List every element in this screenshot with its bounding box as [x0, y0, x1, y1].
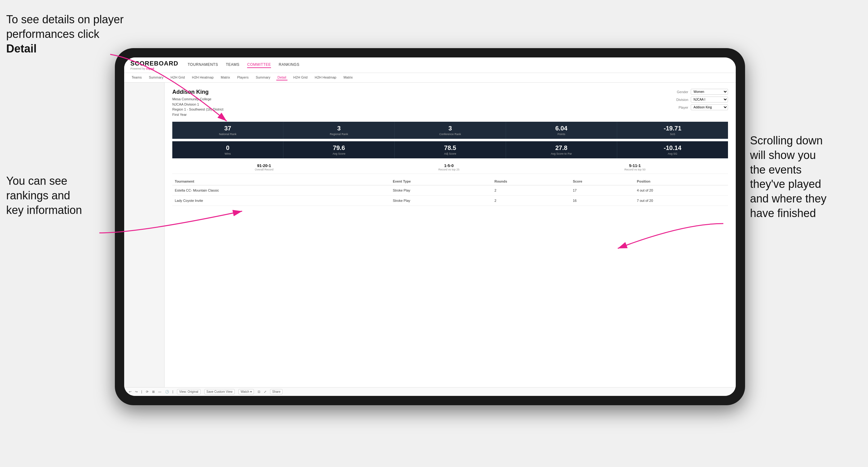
stats-grid-row1: 37 National Rank 3 Regional Rank 3 Confe…	[172, 122, 728, 139]
stat-national-rank-label: National Rank	[174, 132, 282, 136]
nav-committee[interactable]: COMMITTEE	[247, 62, 271, 68]
subnav-matrix2[interactable]: Matrix	[342, 75, 354, 81]
toolbar-sep3: |	[173, 390, 174, 394]
division-selector-row: Division NJCAA I	[673, 97, 728, 102]
refresh-icon[interactable]: ⟳	[146, 390, 148, 394]
col-score: Score	[570, 178, 634, 185]
subnav-h2h-grid2[interactable]: H2H Grid	[292, 75, 309, 81]
nav-tournaments[interactable]: TOURNAMENTS	[187, 62, 218, 68]
record-top25: 1-5-0 Record vs top 25	[438, 163, 460, 171]
undo-icon[interactable]: ↩	[129, 390, 131, 394]
gender-label: Gender	[673, 90, 688, 94]
stat-regional-rank-label: Regional Rank	[285, 132, 393, 136]
subnav-players[interactable]: Players	[236, 75, 250, 81]
annotation-top-left: To see details on player performances cl…	[6, 12, 124, 56]
record-overall: 91-20-1 Overall Record	[255, 163, 274, 171]
stat-conference-rank-value: 3	[396, 125, 504, 132]
tablet-device: SCOREBOARD Powered by clippd TOURNAMENTS…	[115, 48, 745, 405]
record-top50-value: 5-11-1	[624, 163, 645, 168]
bottom-toolbar: ↩ ↪ | ⟳ ⊞ — 🕐 | View: Original Save Cust…	[124, 387, 736, 396]
subnav-matrix[interactable]: Matrix	[219, 75, 231, 81]
tournament-name-2: Lady Coyote Invite	[172, 196, 390, 206]
logo-area: SCOREBOARD Powered by clippd	[130, 60, 178, 70]
app-container: SCOREBOARD Powered by clippd TOURNAMENTS…	[124, 57, 736, 396]
stat-points-value: 6.04	[507, 125, 615, 132]
record-top25-label: Record vs top 25	[438, 168, 460, 171]
subnav-detail[interactable]: Detail	[276, 75, 287, 81]
stat-regional-rank-value: 3	[285, 125, 393, 132]
tournament-name-1: Estella CC- Mountain Classic	[172, 185, 390, 196]
stat-points: 6.04 Points	[506, 122, 617, 139]
tablet-screen: SCOREBOARD Powered by clippd TOURNAMENTS…	[124, 57, 736, 396]
nav-links: TOURNAMENTS TEAMS COMMITTEE RANKINGS	[187, 62, 299, 68]
stat-avg-score: 79.6 Avg Score	[283, 141, 395, 158]
record-top25-value: 1-5-0	[438, 163, 460, 168]
stat-avg-score-par-value: 27.8	[507, 145, 615, 152]
subnav-summary[interactable]: Summary	[148, 75, 164, 81]
stat-conference-rank: 3 Conference Rank	[395, 122, 506, 139]
logo-powered: Powered by clippd	[130, 67, 178, 70]
clock-icon[interactable]: 🕐	[165, 390, 169, 394]
stat-wins: 0 Wins	[172, 141, 283, 158]
score-2: 16	[570, 196, 634, 206]
main-content: Addison King Mesa Community College NJCA…	[124, 83, 736, 387]
stat-avg-sg-value: -10.14	[619, 145, 726, 152]
player-label: Player	[673, 105, 688, 109]
col-rounds: Rounds	[492, 178, 570, 185]
subnav-summary2[interactable]: Summary	[254, 75, 272, 81]
stat-sos: -19.71 SoS	[617, 122, 728, 139]
stat-adj-score-value: 78.5	[396, 145, 504, 152]
subnav-h2h-heatmap[interactable]: H2H Heatmap	[191, 75, 215, 81]
stat-avg-score-label: Avg Score	[285, 152, 393, 155]
col-position: Position	[634, 178, 728, 185]
stat-avg-sg-label: Avg SG	[619, 152, 726, 155]
position-1: 4 out of 20	[634, 185, 728, 196]
stat-adj-score-label: Adj Score	[396, 152, 504, 155]
records-row: 91-20-1 Overall Record 1-5-0 Record vs t…	[172, 161, 728, 174]
sub-nav: Teams Summary H2H Grid H2H Heatmap Matri…	[124, 73, 736, 83]
division-select[interactable]: NJCAA I	[691, 97, 728, 102]
stat-wins-value: 0	[174, 145, 282, 152]
watch-button[interactable]: Watch ▾	[239, 389, 254, 394]
share-button[interactable]: Share	[270, 389, 283, 394]
nav-teams[interactable]: TEAMS	[226, 62, 239, 68]
stats-grid-row2: 0 Wins 79.6 Avg Score 78.5 Adj Score	[172, 141, 728, 158]
stat-avg-score-par-label: Avg Score to Par	[507, 152, 615, 155]
view-original-button[interactable]: View: Original	[177, 389, 200, 394]
division-label: Division	[673, 98, 688, 101]
annotation-right: Scrolling down will show you the events …	[750, 133, 862, 221]
stat-avg-score-value: 79.6	[285, 145, 393, 152]
stat-wins-label: Wins	[174, 152, 282, 155]
subnav-h2h-heatmap2[interactable]: H2H Heatmap	[314, 75, 338, 81]
filter-icon[interactable]: ⊞	[152, 390, 155, 394]
gender-select[interactable]: Women	[691, 89, 728, 95]
expand-icon[interactable]: ⤢	[264, 390, 266, 394]
event-type-1: Stroke Play	[390, 185, 492, 196]
toolbar-sep2: —	[158, 390, 161, 394]
stat-national-rank-value: 37	[174, 125, 282, 132]
screen-icon[interactable]: ⊡	[258, 390, 260, 394]
player-info: Addison King Mesa Community College NJCA…	[172, 89, 223, 117]
player-select[interactable]: Addison King	[691, 104, 728, 110]
player-division: NJCAA Division 1	[172, 102, 223, 107]
record-top50-label: Record vs top 50	[624, 168, 645, 171]
stats-row-1: 37 National Rank 3 Regional Rank 3 Confe…	[172, 122, 728, 139]
table-header-row: Tournament Event Type Rounds Score Posit…	[172, 178, 728, 185]
stat-regional-rank: 3 Regional Rank	[283, 122, 395, 139]
redo-icon[interactable]: ↪	[135, 390, 137, 394]
subnav-h2h-grid[interactable]: H2H Grid	[169, 75, 186, 81]
record-overall-value: 91-20-1	[255, 163, 274, 168]
rounds-1: 2	[492, 185, 570, 196]
subnav-teams[interactable]: Teams	[130, 75, 143, 81]
annotation-bottom-left: You can see rankings and key information	[6, 174, 108, 217]
score-1: 17	[570, 185, 634, 196]
stat-sos-label: SoS	[619, 132, 726, 136]
player-selectors: Gender Women Division NJCAA I	[673, 89, 728, 117]
sidebar	[124, 83, 164, 387]
nav-rankings[interactable]: RANKINGS	[279, 62, 300, 68]
col-event-type: Event Type	[390, 178, 492, 185]
stats-row-2: 0 Wins 79.6 Avg Score 78.5 Adj Score	[172, 141, 728, 158]
stat-national-rank: 37 National Rank	[172, 122, 283, 139]
save-custom-button[interactable]: Save Custom View	[204, 389, 235, 394]
logo-scoreboard: SCOREBOARD	[130, 60, 178, 67]
